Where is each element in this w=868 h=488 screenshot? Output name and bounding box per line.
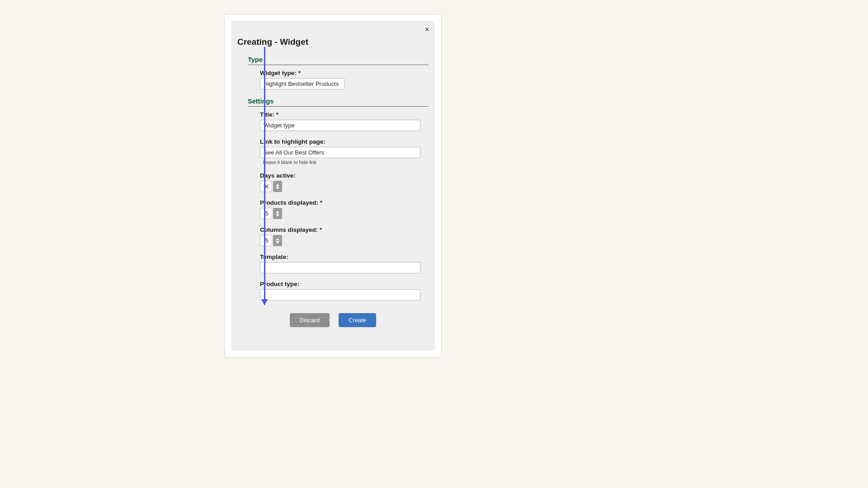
- chevron-up-icon: [276, 211, 279, 213]
- columns-displayed-label: Columns displayed: *: [260, 226, 429, 233]
- section-type-header: Type: [248, 56, 429, 65]
- days-active-stepper[interactable]: [273, 181, 282, 192]
- modal-button-row: Discard Create: [237, 313, 429, 327]
- chevron-up-icon: [276, 184, 279, 186]
- field-widget-type: Widget type: *: [260, 70, 429, 89]
- product-type-label: Product type:: [260, 281, 429, 287]
- create-widget-modal: × Creating - Widget Type Widget type: * …: [231, 21, 435, 351]
- link-helper-text: Leave it blank to hide link: [263, 160, 429, 165]
- days-active-label: Days active:: [260, 172, 429, 179]
- create-button[interactable]: Create: [339, 313, 376, 327]
- title-input[interactable]: [260, 120, 420, 131]
- modal-title: Creating - Widget: [237, 37, 429, 47]
- field-columns-displayed: Columns displayed: *: [260, 226, 429, 246]
- field-products-displayed: Products displayed: *: [260, 199, 429, 219]
- widget-type-label: Widget type: *: [260, 70, 429, 76]
- section-settings-header: Settings: [248, 98, 429, 107]
- days-active-input[interactable]: [260, 181, 272, 192]
- chevron-down-icon: [276, 214, 279, 216]
- products-displayed-input[interactable]: [260, 208, 272, 219]
- link-label: Link to highlight page:: [260, 138, 429, 145]
- product-type-input[interactable]: [260, 289, 420, 300]
- field-title: Title: *: [260, 111, 429, 131]
- link-input[interactable]: [260, 147, 420, 158]
- discard-button[interactable]: Discard: [290, 313, 330, 327]
- chevron-down-icon: [276, 241, 279, 244]
- field-template: Template:: [260, 253, 429, 273]
- field-days-active: Days active:: [260, 172, 429, 192]
- field-link: Link to highlight page: Leave it blank t…: [260, 138, 429, 165]
- close-icon[interactable]: ×: [423, 23, 431, 35]
- columns-displayed-stepper[interactable]: [273, 235, 282, 246]
- widget-type-select[interactable]: [260, 78, 344, 89]
- chevron-up-icon: [276, 238, 279, 240]
- products-displayed-stepper[interactable]: [273, 208, 282, 219]
- products-displayed-label: Products displayed: *: [260, 199, 429, 206]
- modal-frame: × Creating - Widget Type Widget type: * …: [224, 14, 442, 357]
- title-label: Title: *: [260, 111, 429, 118]
- template-input[interactable]: [260, 262, 420, 273]
- template-label: Template:: [260, 253, 429, 260]
- chevron-down-icon: [276, 187, 279, 189]
- field-product-type: Product type:: [260, 281, 429, 300]
- columns-displayed-input[interactable]: [260, 235, 272, 246]
